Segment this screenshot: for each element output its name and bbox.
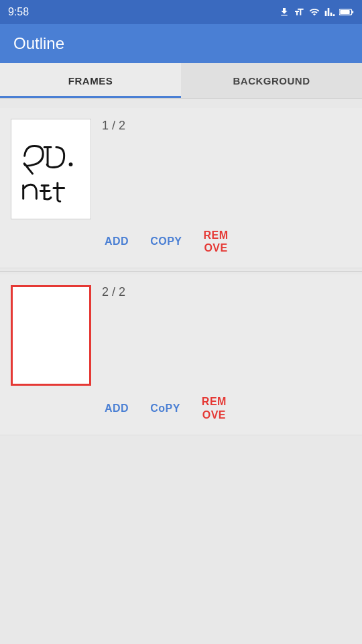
battery-icon [339,8,354,16]
svg-rect-2 [352,11,353,13]
frame-content-svg-1 [11,119,90,219]
frame-actions-2: ADD CoPY REMOVE [11,392,351,423]
download-icon [279,7,290,17]
wifi-icon [308,7,320,17]
frame-actions-1: ADD COPY REMOVE [11,226,351,257]
copy-button-1[interactable]: COPY [147,226,184,257]
app-header: Outline [0,24,362,63]
remove-button-2[interactable]: REMOVE [199,392,229,423]
status-time: 9:58 [8,6,29,18]
frame-item-top-2: 2 / 2 [11,285,351,386]
copy-button-2[interactable]: CoPY [147,392,183,423]
tab-frames[interactable]: FRAMES [0,63,181,98]
add-button-1[interactable]: ADD [102,226,131,257]
frame-info-1: 1 / 2 [102,119,125,173]
frame-number-1: 1 / 2 [102,119,125,133]
frame-thumbnail-1[interactable] [11,119,91,219]
frame-number-2: 2 / 2 [102,285,125,299]
frame-item-top-1: 1 / 2 [11,119,351,219]
tab-bar: FRAMES BACKGROUND [0,63,362,99]
separator-1 [0,271,362,272]
frames-content: 1 / 2 ADD COPY REMOVE 2 / 2 ADD CoPY REM… [0,99,362,644]
remove-button-1[interactable]: REMOVE [201,226,231,257]
frame-info-2: 2 / 2 [102,285,125,339]
status-icons [279,7,354,17]
signal-icon [324,7,335,17]
frame-item-1: 1 / 2 ADD COPY REMOVE [0,108,362,268]
tab-background[interactable]: BACKGROUND [181,63,362,98]
frame-thumbnail-2[interactable] [11,285,91,386]
page-title: Outline [13,34,64,53]
font-icon [294,7,304,17]
svg-point-3 [69,162,73,166]
frame-item-2: 2 / 2 ADD CoPY REMOVE [0,274,362,435]
add-button-2[interactable]: ADD [102,392,131,423]
svg-rect-1 [340,10,349,14]
status-bar: 9:58 [0,0,362,24]
